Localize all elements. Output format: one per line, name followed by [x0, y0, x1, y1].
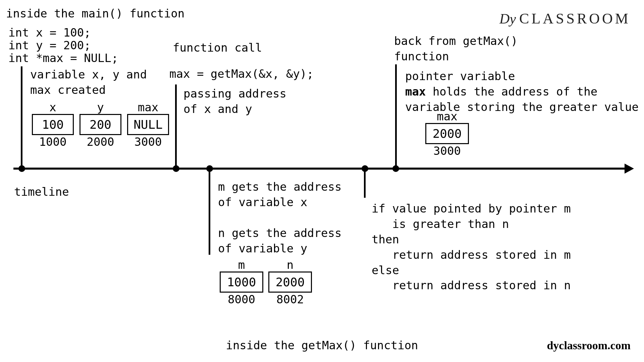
- brand-logo: Dy CLASSROOM: [499, 10, 631, 27]
- stage5-note-pre: pointer variable: [405, 69, 515, 83]
- var-n-addr: 8002: [268, 293, 312, 306]
- var-y-value: 200: [79, 114, 121, 135]
- stage1-note: variable x, y and max created: [30, 67, 147, 98]
- var-max-after-value: 2000: [425, 123, 469, 144]
- var-x-addr: 1000: [32, 135, 74, 148]
- stage2-title: function call: [173, 40, 262, 56]
- stage5-note: pointer variable max holds the address o…: [405, 69, 639, 115]
- var-max-value: NULL: [127, 114, 169, 135]
- branch-line-stage3: [209, 168, 210, 255]
- var-n-name: n: [268, 258, 312, 272]
- var-n: n 2000 8002: [268, 258, 312, 306]
- timeline-arrowhead: [625, 164, 634, 174]
- branch-line-stage4: [364, 168, 366, 198]
- var-max-after: max 2000 3000: [425, 110, 469, 158]
- timeline-axis: [13, 168, 627, 170]
- stage5-note-bold: max: [405, 85, 426, 98]
- branch-line-stage2: [175, 84, 177, 168]
- var-max-after-addr: 3000: [425, 144, 469, 158]
- var-max: max NULL 3000: [127, 101, 169, 148]
- brand-icon: Dy: [499, 11, 516, 27]
- brand-text: CLASSROOM: [519, 10, 631, 27]
- stage2-note: passing address of x and y: [183, 86, 286, 117]
- stage5-note-post: holds the address of the variable storin…: [405, 85, 639, 114]
- var-m-name: m: [220, 258, 263, 272]
- var-max-name: max: [127, 101, 169, 114]
- var-m-addr: 8000: [220, 293, 263, 306]
- var-x-value: 100: [32, 114, 74, 135]
- stage4-note: if value pointed by pointer m is greater…: [372, 201, 571, 293]
- stage2-call: max = getMax(&x, &y);: [169, 66, 314, 82]
- var-x-name: x: [32, 101, 74, 114]
- branch-line-stage5: [395, 64, 397, 168]
- var-x: x 100 1000: [32, 101, 74, 148]
- var-n-value: 2000: [268, 272, 312, 293]
- decl-max: int *max = NULL;: [8, 51, 118, 66]
- var-m: m 1000 8000: [220, 258, 263, 306]
- tick-1: [18, 165, 25, 172]
- var-max-addr: 3000: [127, 135, 169, 148]
- var-m-value: 1000: [220, 272, 263, 293]
- stage3-note: m gets the address of variable x n gets …: [218, 179, 341, 256]
- footer-url: dyclassroom.com: [547, 339, 631, 352]
- var-y: y 200 2000: [79, 101, 121, 148]
- branch-line-stage1: [21, 66, 22, 168]
- var-y-addr: 2000: [79, 135, 121, 148]
- timeline-label: timeline: [14, 184, 69, 200]
- stage5-title: back from getMax() function: [394, 34, 518, 64]
- heading-inside-main: inside the main() function: [6, 6, 184, 21]
- var-max-after-name: max: [425, 110, 469, 123]
- var-y-name: y: [79, 101, 121, 114]
- tick-2: [173, 165, 179, 172]
